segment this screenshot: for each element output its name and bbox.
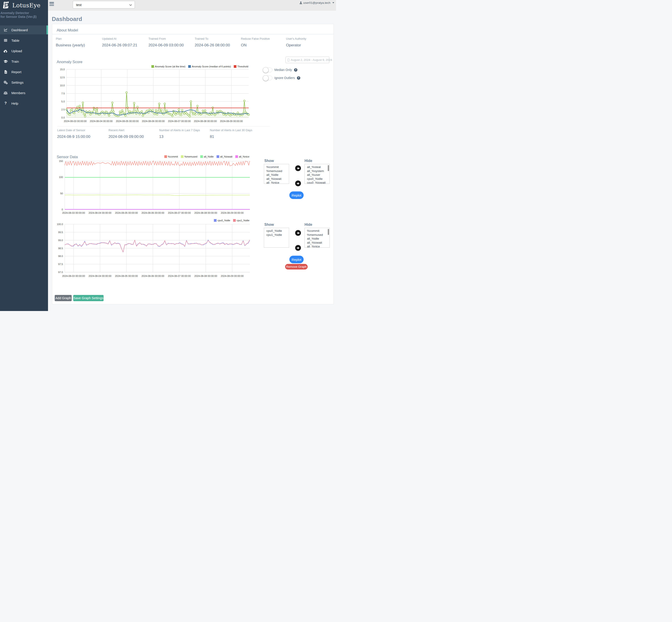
anomaly-stat-label: Latest Date of Sensor [57, 129, 90, 132]
logo[interactable]: LotusEye [0, 0, 48, 9]
svg-text:2024-08-09 00:00:00: 2024-08-09 00:00:00 [221, 211, 244, 214]
sidebar-item-report[interactable]: Report [0, 67, 48, 76]
sidebar-item-members[interactable]: Members [0, 88, 48, 97]
svg-text:100: 100 [59, 176, 63, 178]
user-menu[interactable]: user01@pratya.tech [299, 1, 334, 4]
median-only-toggle[interactable] [263, 68, 273, 72]
ignore-outliers-toggle[interactable] [263, 76, 273, 80]
svg-text:10.0: 10.0 [60, 84, 65, 87]
sidebar-item-table[interactable]: Table [0, 36, 48, 45]
about-model-value: Business (yearly) [56, 43, 85, 47]
menu-toggle-button[interactable] [49, 2, 54, 6]
sidebar-item-upload[interactable]: Upload [0, 46, 48, 55]
series-option[interactable]: all_%iowait [307, 241, 329, 245]
svg-text:2024-08-07 00:00:00: 2024-08-07 00:00:00 [168, 120, 191, 123]
series-option[interactable]: cpu1_%idle [266, 233, 289, 237]
svg-text:2024-08-05 00:00:00: 2024-08-05 00:00:00 [115, 275, 138, 277]
replot-button[interactable]: Replot [289, 256, 303, 263]
remove-graph-button[interactable]: Remove Graph [285, 264, 308, 270]
median-only-label: Median Only [275, 68, 292, 72]
svg-text:150: 150 [59, 160, 63, 163]
series-option[interactable]: all_%iowait [266, 177, 289, 181]
move-to-show-button[interactable] [295, 165, 301, 171]
help-circle-icon[interactable]: ? [297, 76, 300, 80]
series-option[interactable]: cpu0_%iowait [307, 181, 329, 184]
date-range-picker[interactable]: August 2, 2024 - August 9, 2024 [286, 57, 329, 63]
svg-text:2024-08-08 00:00:00: 2024-08-08 00:00:00 [194, 120, 217, 123]
series-option[interactable]: all_%steal [307, 165, 329, 169]
series-option[interactable]: %commit [307, 229, 329, 233]
save-graph-settings-button[interactable]: Save Graph Settings [73, 295, 104, 301]
add-graph-button[interactable]: Add Graph [55, 295, 72, 301]
series-option[interactable]: all_%system [307, 169, 329, 173]
anomaly-stat-label: Number of Alerts in Last 30 Days [210, 129, 252, 132]
move-to-show-button[interactable] [295, 230, 301, 236]
legend-item: %memused [181, 155, 197, 158]
sidebar-item-label: Members [11, 91, 26, 95]
series-option[interactable]: cpu0_%idle [266, 229, 289, 233]
users-icon [3, 91, 8, 95]
svg-text:0: 0 [62, 208, 63, 211]
anomaly-stat-field: Number of Alerts in Last 30 Days81 [210, 129, 252, 139]
sidebar-item-label: Train [11, 60, 19, 63]
anomaly-stat-field: Latest Date of Sensor2024-08-9 15:00:00 [57, 129, 90, 139]
move-to-hide-button[interactable] [295, 245, 301, 251]
svg-text:7.5: 7.5 [61, 92, 65, 95]
legend-swatch [200, 155, 203, 158]
series-option[interactable]: all_%nice [266, 181, 289, 184]
sidebar-item-settings[interactable]: Settings [0, 78, 48, 87]
about-model-label: Reduse False Positive [241, 37, 270, 40]
stats-divider [57, 126, 270, 127]
model-select[interactable]: test [73, 1, 135, 8]
svg-text:2024-08-06 00:00:00: 2024-08-06 00:00:00 [142, 120, 165, 123]
move-to-hide-button[interactable] [295, 180, 301, 186]
series-option[interactable]: cpu0_%idle [307, 177, 329, 181]
series-option[interactable]: %commit [266, 165, 289, 169]
show-list[interactable]: %commit%memusedall_%idleall_%iowaitall_%… [264, 164, 289, 184]
scrollbar-thumb[interactable] [328, 229, 329, 235]
legend-label: all_%iowait [220, 155, 232, 158]
help-circle-icon[interactable]: ? [294, 68, 297, 72]
svg-text:2024-08-04 00:00:00: 2024-08-04 00:00:00 [90, 120, 113, 123]
show-list[interactable]: cpu0_%idlecpu1_%idle [264, 228, 289, 248]
series-option[interactable]: %memused [266, 169, 289, 173]
hide-list[interactable]: all_%stealall_%systemall_%usercpu0_%idle… [305, 164, 330, 184]
question-icon: ? [3, 101, 8, 106]
svg-text:2.5: 2.5 [61, 108, 65, 111]
legend-swatch [235, 155, 238, 158]
svg-text:99.0: 99.0 [58, 239, 63, 242]
sidebar-item-dashboard[interactable]: Dashboard [0, 26, 48, 34]
series-option[interactable]: %memused [307, 233, 329, 237]
sidebar-item-label: Help [11, 102, 18, 105]
ignore-outliers-toggle-row: Ignore Outliers ? [263, 75, 300, 81]
svg-text:2024-08-07 00:00:00: 2024-08-07 00:00:00 [168, 275, 191, 277]
sidebar-item-help[interactable]: ?Help [0, 99, 48, 108]
series-option[interactable]: all_%idle [307, 237, 329, 241]
hide-list[interactable]: %commit%memusedall_%idleall_%iowaitall_%… [305, 228, 330, 248]
sidebar-item-train[interactable]: Train [0, 57, 48, 66]
series-option[interactable]: all_%nice [307, 244, 329, 248]
series-option[interactable]: all_%user [307, 173, 329, 177]
about-model-label: Plan [56, 37, 85, 40]
svg-text:2024-08-03 00:00:00: 2024-08-03 00:00:00 [64, 120, 87, 123]
legend-item: cpu1_%idle [233, 219, 249, 222]
svg-text:12.5: 12.5 [60, 76, 65, 79]
replot-button[interactable]: Replot [289, 192, 303, 199]
svg-text:100.0: 100.0 [57, 223, 63, 226]
about-model-label: Updated At [102, 37, 137, 40]
legend-swatch [214, 219, 217, 222]
show-label: Show [264, 223, 274, 227]
show-label: Show [264, 159, 274, 163]
legend-item: Anomaly Score (median of 6 points) [188, 65, 231, 68]
anomaly-stat-label: Number of Alerts in Last 7 Days [159, 129, 200, 132]
sidebar-item-label: Table [11, 39, 20, 42]
legend-label: cpu0_%idle [218, 219, 230, 222]
legend-label: Anomaly Score (at the time) [155, 65, 185, 68]
series-option[interactable]: all_%idle [266, 173, 289, 177]
scrollbar-thumb[interactable] [328, 165, 329, 171]
graduation-cap-icon [3, 59, 8, 64]
legend-swatch [234, 65, 236, 68]
sidebar-nav: DashboardTableUploadTrainReportSettingsM… [0, 26, 48, 108]
svg-text:2024-08-07 00:00:00: 2024-08-07 00:00:00 [168, 211, 191, 214]
svg-text:2024-08-03 00:00:00: 2024-08-03 00:00:00 [62, 211, 85, 214]
